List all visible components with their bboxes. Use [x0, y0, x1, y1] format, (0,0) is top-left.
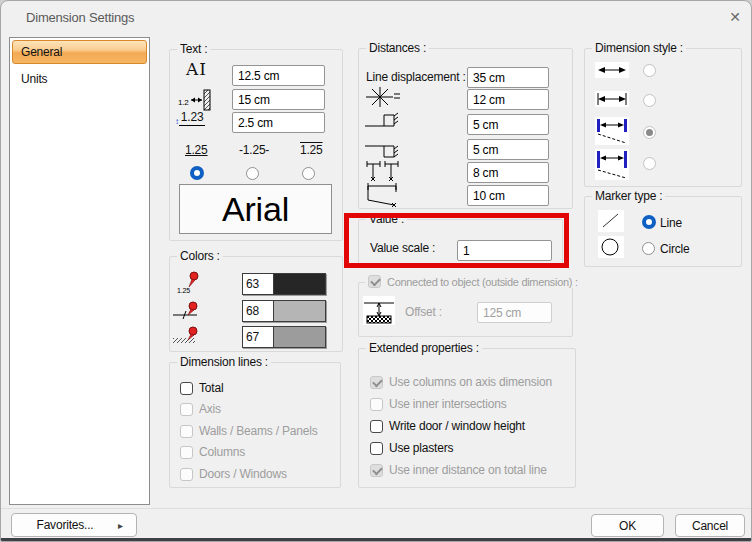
- value-scale-input[interactable]: [457, 240, 552, 261]
- marker-circle-icon: [598, 236, 624, 258]
- dialog-title: Dimension Settings: [26, 10, 134, 25]
- style-radio-2[interactable]: [643, 94, 656, 107]
- color-number: 67: [243, 327, 274, 347]
- line-displacement-input[interactable]: [467, 67, 549, 88]
- dimension-style-group: Dimension style :: [584, 48, 742, 187]
- text-size-input[interactable]: [232, 65, 325, 86]
- ok-button[interactable]: OK: [591, 514, 664, 537]
- offset-input[interactable]: [477, 302, 552, 323]
- text-group: Text : AI 1.2 ↕ 1.23 1.25 -1.25- 1.25 Ar…: [169, 49, 343, 241]
- checkbox[interactable]: [370, 420, 383, 433]
- checkbox-columns[interactable]: Columns: [180, 445, 245, 459]
- style-blue-ends-tall-icon: [595, 149, 629, 180]
- checkbox[interactable]: [180, 446, 193, 459]
- distance-input-4[interactable]: [467, 162, 549, 183]
- text-height-input[interactable]: [232, 112, 325, 133]
- window-bottom-edge: [1, 538, 751, 541]
- distance-input-1[interactable]: [467, 89, 549, 110]
- flag-up-distance-icon: [365, 111, 401, 135]
- style-blue-ends-icon: [595, 117, 629, 145]
- chevron-right-icon: ▸: [118, 520, 136, 531]
- svg-text:1.2: 1.2: [178, 98, 189, 107]
- svg-text:1.25: 1.25: [177, 287, 190, 294]
- font-size-icon: AI: [186, 59, 207, 79]
- favorites-label: Favorites...: [12, 518, 118, 532]
- hatch-color-pin-icon: [173, 323, 201, 349]
- style-radio-4[interactable]: [643, 157, 656, 170]
- style-plain-arrow-icon: [595, 62, 629, 78]
- style-end-ticks-icon: [595, 91, 629, 107]
- distance-input-5[interactable]: [467, 185, 549, 206]
- text-pos-below-radio[interactable]: [302, 167, 315, 180]
- style-radio-1[interactable]: [643, 64, 656, 77]
- color-swatch: [274, 274, 325, 294]
- intersection-distance-icon: [365, 85, 401, 109]
- text-pos-inline-label: -1.25-: [239, 143, 269, 157]
- favorites-button[interactable]: Favorites... ▸: [11, 513, 137, 537]
- checkbox[interactable]: [180, 468, 193, 481]
- text-width-input[interactable]: [232, 89, 325, 110]
- checkbox-use-inner-distance-total[interactable]: Use inner distance on total line: [370, 463, 547, 477]
- close-icon[interactable]: ✕: [723, 6, 747, 28]
- text-pos-above-radio[interactable]: [190, 166, 204, 180]
- cancel-button[interactable]: Cancel: [675, 514, 745, 537]
- marker-type-group-label: Marker type :: [592, 189, 665, 203]
- line-color-pin-icon: [173, 297, 201, 323]
- marker-circle-radio[interactable]: [642, 242, 655, 255]
- checkbox[interactable]: [180, 382, 193, 395]
- colors-group-label: Colors :: [177, 249, 223, 263]
- text-color-control[interactable]: 63: [242, 273, 326, 295]
- checkbox-doors-windows[interactable]: Doors / Windows: [180, 467, 287, 481]
- sidebar-item-label: Units: [21, 72, 47, 86]
- dimension-settings-dialog: Dimension Settings ✕ General Units Text …: [0, 0, 752, 542]
- title-bar: Dimension Settings ✕: [1, 1, 751, 33]
- checkbox[interactable]: [370, 442, 383, 455]
- distances-group-label: Distances :: [366, 41, 429, 55]
- checkbox-write-door-window-height[interactable]: Write door / window height: [370, 419, 525, 433]
- extended-properties-group-label: Extended properties :: [366, 341, 482, 355]
- offset-icon: [363, 296, 395, 325]
- connected-checkbox-row[interactable]: Connected to object (outside dimension) …: [365, 275, 581, 288]
- checkbox[interactable]: [370, 376, 383, 389]
- sidebar-item-general[interactable]: General: [12, 40, 147, 64]
- hatch-color-control[interactable]: 67: [242, 326, 326, 348]
- connected-group: Connected to object (outside dimension) …: [358, 282, 573, 337]
- checkbox[interactable]: [180, 403, 193, 416]
- font-select-button[interactable]: Arial: [179, 184, 332, 234]
- text-pos-below-label: 1.25: [300, 143, 323, 157]
- checkbox-axis[interactable]: Axis: [180, 402, 221, 416]
- line-color-control[interactable]: 68: [242, 300, 326, 322]
- checkbox-use-plasters[interactable]: Use plasters: [370, 441, 453, 455]
- text-color-pin-icon: 1.25: [176, 269, 202, 295]
- total-line-distance-icon: [365, 182, 401, 208]
- color-number: 63: [243, 274, 274, 294]
- checkbox-use-columns-axis[interactable]: Use columns on axis dimension: [370, 375, 552, 389]
- extended-properties-group: Extended properties : Use columns on axi…: [358, 348, 576, 488]
- color-swatch: [274, 327, 325, 347]
- checkbox-total[interactable]: Total: [180, 381, 223, 395]
- text-height-icon: ↕ 1.23: [175, 110, 205, 126]
- marker-circle-label: Circle: [660, 242, 689, 256]
- sidebar-item-units[interactable]: Units: [12, 68, 147, 90]
- checkbox[interactable]: [180, 425, 193, 438]
- dimension-style-group-label: Dimension style :: [592, 41, 686, 55]
- style-radio-3[interactable]: [643, 126, 656, 139]
- marker-line-radio[interactable]: [642, 215, 656, 229]
- value-group: Value : Value scale :: [358, 219, 563, 266]
- dimension-lines-group-label: Dimension lines :: [177, 355, 271, 369]
- distance-input-2[interactable]: [467, 114, 549, 135]
- text-pos-above-label: 1.25: [185, 143, 208, 157]
- dimension-lines-group: Dimension lines : Total Axis Walls / Bea…: [169, 362, 341, 488]
- distance-input-3[interactable]: [467, 139, 549, 160]
- checkbox-walls-beams-panels[interactable]: Walls / Beams / Panels: [180, 424, 318, 438]
- text-group-label: Text :: [177, 42, 210, 56]
- checkbox[interactable]: [370, 464, 383, 477]
- connected-checkbox[interactable]: [368, 275, 381, 288]
- sidebar-item-label: General: [21, 45, 62, 59]
- text-width-icon: 1.2: [178, 88, 212, 112]
- checkbox-use-inner-intersections[interactable]: Use inner intersections: [370, 397, 506, 411]
- color-swatch: [274, 301, 325, 321]
- checkbox[interactable]: [370, 398, 383, 411]
- value-scale-label: Value scale :: [370, 241, 435, 255]
- text-pos-inline-radio[interactable]: [246, 167, 259, 180]
